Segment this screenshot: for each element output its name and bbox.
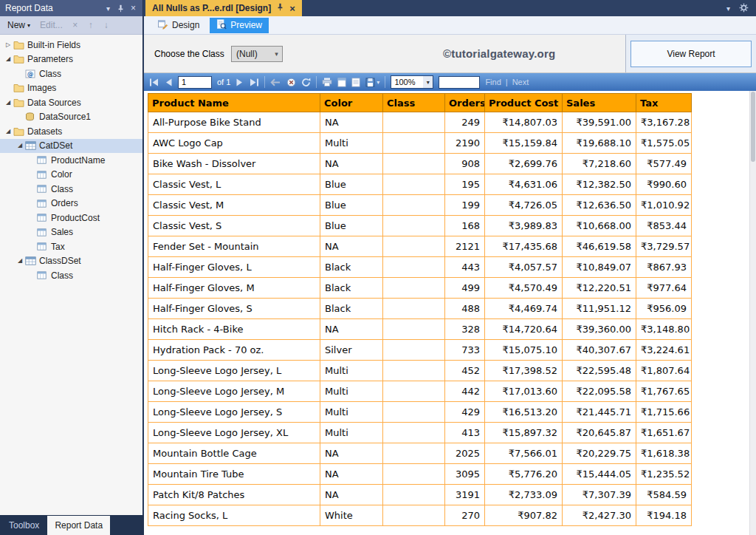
tree-item-label: ProductCost (49, 213, 100, 223)
tree-item-images[interactable]: Images (0, 81, 142, 96)
scrollbar-thumb[interactable] (751, 92, 755, 162)
page-number-input[interactable] (178, 76, 212, 89)
cell-product-name: Long-Sleeve Logo Jersey, XL (148, 423, 320, 443)
tree-item-datasource1[interactable]: DataSource1 (0, 110, 142, 125)
expand-arrow-icon[interactable]: ▷ (3, 42, 13, 48)
refresh-button[interactable] (301, 75, 311, 89)
table-row: Hitch Rack - 4-BikeNA328₹14,720.64₹39,36… (148, 319, 692, 340)
tree-item-tax[interactable]: Tax (0, 239, 142, 254)
next-page-button[interactable] (236, 75, 244, 89)
first-page-button[interactable] (149, 75, 159, 89)
cell-product-name: Mountain Bottle Cage (148, 443, 320, 464)
datasource-icon (25, 112, 38, 121)
parent-report-button[interactable] (270, 75, 281, 89)
view-report-button[interactable]: View Report (630, 41, 752, 67)
tree-item-class[interactable]: @Class (0, 67, 142, 81)
cell-sales: ₹15,444.05 (563, 464, 636, 485)
previous-page-button[interactable] (164, 75, 173, 89)
window-menu-chevron-icon[interactable]: ▾ (102, 1, 114, 15)
cell-class (383, 443, 445, 464)
delete-icon[interactable]: × (69, 18, 82, 32)
move-down-icon[interactable]: ↓ (100, 18, 113, 32)
cell-class (383, 257, 445, 278)
cell-class (383, 381, 445, 402)
collapse-arrow-icon[interactable]: ◢ (15, 143, 25, 149)
collapse-arrow-icon[interactable]: ◢ (3, 100, 13, 106)
collapse-arrow-icon[interactable]: ◢ (3, 56, 13, 62)
find-next-separator: | (506, 78, 508, 86)
cell-sales: ₹10,668.00 (563, 216, 636, 236)
tree-item-color[interactable]: Color (0, 168, 142, 183)
cell-color: Silver (320, 340, 383, 361)
edit-button[interactable]: Edit... (36, 18, 66, 32)
stop-button[interactable] (286, 75, 296, 89)
find-input[interactable] (439, 76, 480, 89)
cell-color: Blue (320, 216, 383, 236)
tab-preview[interactable]: Preview (210, 18, 269, 33)
cell-product-cost: ₹907.82 (485, 505, 563, 526)
cell-orders: 328 (445, 319, 485, 340)
class-parameter-dropdown[interactable]: (Null) ▾ (231, 46, 283, 62)
folder-icon (13, 98, 26, 107)
tab-list-chevron-icon[interactable]: ▾ (726, 4, 730, 13)
gear-icon[interactable] (739, 3, 749, 14)
close-icon[interactable]: × (289, 3, 295, 14)
export-button[interactable]: ▾ (365, 75, 379, 89)
move-up-icon[interactable]: ↑ (84, 18, 97, 32)
design-icon (157, 19, 168, 32)
cell-product-name: Classic Vest, M (148, 195, 320, 216)
next-link[interactable]: Next (512, 78, 529, 86)
cell-product-name: Half-Finger Gloves, M (148, 278, 320, 299)
cell-sales: ₹21,445.71 (563, 402, 636, 423)
page-setup-button[interactable] (351, 75, 360, 89)
cell-color: NA (320, 154, 383, 174)
cell-color: NA (320, 443, 383, 464)
report-data-panel-titlebar[interactable]: Report Data ▾ × (0, 0, 142, 16)
cell-product-cost: ₹5,776.20 (485, 464, 563, 485)
cell-tax: ₹194.18 (636, 505, 692, 526)
cell-orders: 3191 (445, 485, 485, 505)
tree-item-data-sources[interactable]: ◢Data Sources (0, 95, 142, 110)
tree-item-built-in-fields[interactable]: ▷Built-in Fields (0, 38, 142, 52)
tree-item-orders[interactable]: Orders (0, 197, 142, 211)
cell-class (383, 216, 445, 236)
print-button[interactable] (322, 75, 332, 89)
close-icon[interactable]: × (127, 1, 140, 15)
chevron-down-icon: ▾ (271, 50, 282, 58)
tree-item-class[interactable]: Class (0, 182, 142, 197)
pin-icon[interactable] (114, 1, 127, 15)
svg-text:@: @ (27, 70, 34, 78)
document-tab[interactable]: All Nulls as P...e.rdl [Design] × (145, 0, 302, 16)
tree-item-parameters[interactable]: ◢Parameters (0, 52, 142, 67)
cell-product-cost: ₹4,570.49 (485, 278, 563, 299)
pin-icon[interactable] (277, 3, 284, 13)
vertical-scrollbar[interactable] (749, 91, 756, 535)
zoom-select[interactable]: 100% ▾ (391, 75, 433, 89)
find-link[interactable]: Find (485, 78, 501, 86)
table-row: Long-Sleeve Logo Jersey, XLMulti413₹15,8… (148, 423, 692, 443)
column-header-class: Class (383, 94, 445, 112)
cell-product-cost: ₹15,075.10 (485, 340, 563, 361)
tab-design[interactable]: Design (151, 18, 206, 33)
table-row: Fender Set - MountainNA2121₹17,435.68₹46… (148, 236, 692, 257)
tree-item-productname[interactable]: ProductName (0, 153, 142, 168)
cell-product-cost: ₹7,566.01 (485, 443, 563, 464)
cell-product-cost: ₹17,435.68 (485, 236, 563, 257)
tree-item-sales[interactable]: Sales (0, 225, 142, 240)
cell-orders: 2025 (445, 443, 485, 464)
tree-item-classdset[interactable]: ◢ClassDSet (0, 254, 142, 269)
print-layout-button[interactable] (337, 75, 346, 89)
tab-report-data[interactable]: Report Data (47, 516, 110, 535)
mode-bar: Design Preview (144, 16, 756, 35)
new-button[interactable]: New ▾ (4, 18, 34, 32)
tree-item-productcost[interactable]: ProductCost (0, 211, 142, 225)
tree-item-catdset[interactable]: ◢CatDSet (0, 139, 142, 154)
cell-class (383, 464, 445, 485)
field-icon (37, 200, 49, 208)
tab-toolbox[interactable]: Toolbox (1, 516, 47, 535)
last-page-button[interactable] (250, 75, 259, 89)
collapse-arrow-icon[interactable]: ◢ (3, 129, 13, 134)
tree-item-class[interactable]: Class (0, 268, 142, 283)
collapse-arrow-icon[interactable]: ◢ (15, 258, 25, 264)
tree-item-datasets[interactable]: ◢Datasets (0, 124, 142, 139)
